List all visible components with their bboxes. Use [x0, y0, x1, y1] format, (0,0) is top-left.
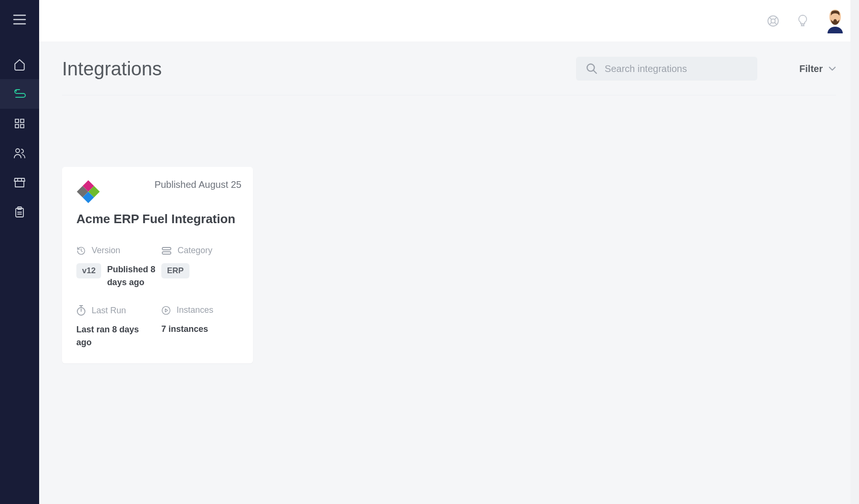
content: Integrations Filter	[39, 41, 859, 504]
sidebar-item-users[interactable]	[0, 138, 39, 168]
svg-point-34	[162, 306, 170, 314]
main: Integrations Filter	[39, 0, 859, 504]
svg-point-14	[768, 16, 778, 26]
avatar-icon	[825, 9, 846, 33]
clipboard-icon	[14, 206, 25, 218]
meta-instances: Instances 7 instances	[161, 305, 241, 349]
sidebar	[0, 0, 39, 504]
filter-label: Filter	[799, 63, 823, 74]
svg-marker-35	[165, 309, 168, 312]
sidebar-item-home[interactable]	[0, 50, 39, 79]
category-icon	[161, 247, 172, 255]
svg-point-15	[771, 19, 775, 23]
lastrun-label: Last Run	[92, 306, 126, 316]
hints-button[interactable]	[795, 13, 810, 29]
home-icon	[13, 58, 26, 71]
svg-rect-29	[162, 252, 171, 254]
avatar[interactable]	[825, 9, 846, 33]
page-title: Integrations	[62, 58, 162, 80]
page-header: Integrations Filter	[62, 57, 836, 95]
history-icon	[76, 246, 86, 256]
version-label: Version	[92, 246, 120, 256]
meta-category: Category ERP	[161, 246, 241, 289]
topbar	[39, 0, 859, 41]
svg-line-23	[593, 70, 597, 73]
integrations-icon	[13, 88, 26, 100]
published-date: Published August 25	[155, 179, 241, 190]
lastrun-value: Last ran 8 days ago	[76, 323, 157, 349]
instances-label: Instances	[177, 305, 213, 315]
support-button[interactable]	[765, 13, 781, 29]
integration-logo-icon	[76, 179, 100, 203]
grid-icon	[14, 118, 25, 129]
hamburger-icon	[13, 14, 26, 25]
filter-dropdown[interactable]: Filter	[799, 63, 836, 74]
menu-toggle[interactable]	[9, 9, 31, 31]
svg-line-18	[769, 22, 771, 24]
sidebar-item-marketplace[interactable]	[0, 168, 39, 197]
integration-card[interactable]: Published August 25 Acme ERP Fuel Integr…	[62, 167, 253, 363]
svg-point-21	[833, 19, 837, 25]
play-circle-icon	[161, 306, 171, 315]
version-detail: Published 8 days ago	[107, 263, 157, 289]
svg-line-16	[769, 17, 771, 19]
svg-rect-4	[21, 119, 24, 123]
meta-version: Version v12 Published 8 days ago	[76, 246, 157, 289]
chevron-down-icon	[828, 66, 836, 71]
lightbulb-icon	[797, 14, 808, 28]
card-title: Acme ERP Fuel Integration	[76, 212, 241, 226]
card-area: Published August 25 Acme ERP Fuel Integr…	[62, 95, 836, 363]
scrollbar-track[interactable]	[850, 0, 859, 504]
storefront-icon	[14, 177, 25, 188]
version-badge: v12	[76, 263, 101, 278]
svg-rect-3	[15, 119, 19, 123]
svg-point-7	[16, 149, 20, 153]
sidebar-item-components[interactable]	[0, 109, 39, 138]
meta-lastrun: Last Run Last ran 8 days ago	[76, 305, 157, 349]
search-box[interactable]	[576, 57, 757, 81]
instances-value: 7 instances	[161, 323, 241, 336]
svg-rect-28	[162, 247, 171, 250]
svg-line-19	[775, 22, 776, 24]
svg-rect-6	[21, 124, 24, 128]
svg-rect-5	[15, 124, 19, 128]
category-label: Category	[178, 246, 212, 256]
category-badge: ERP	[161, 263, 189, 278]
search-input[interactable]	[605, 63, 748, 74]
stopwatch-icon	[76, 305, 86, 316]
lifebuoy-icon	[767, 15, 779, 27]
users-icon	[13, 147, 26, 159]
search-icon	[586, 62, 598, 75]
sidebar-item-logs[interactable]	[0, 197, 39, 227]
sidebar-item-integrations[interactable]	[0, 79, 39, 109]
svg-line-17	[775, 17, 776, 19]
